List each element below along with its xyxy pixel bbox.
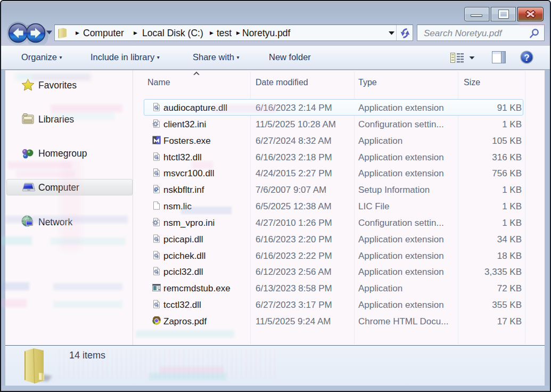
svg-text:?: ? [524,53,529,63]
